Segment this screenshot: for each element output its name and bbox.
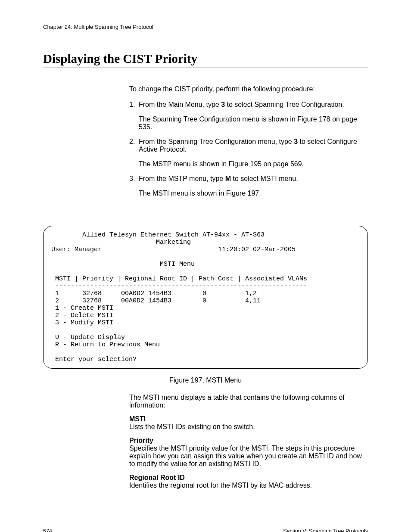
page-footer: 574 Section V: Spanning Tree Protocols bbox=[0, 528, 411, 532]
term-opt-u: U - Update Display bbox=[51, 334, 125, 341]
step-pre: From the Spanning Tree Configuration men… bbox=[139, 138, 294, 145]
step-2: 2. From the Spanning Tree Configuration … bbox=[129, 138, 368, 153]
def-body-priority: Specifies the MSTI priority value for th… bbox=[129, 445, 368, 468]
step-body: From the MSTP menu, type M to select MST… bbox=[139, 175, 368, 183]
step-number: 3. bbox=[129, 175, 139, 183]
section-label: Section V: Spanning Tree Protocols bbox=[283, 528, 368, 532]
term-table-sep: ----------------------------------------… bbox=[51, 283, 307, 290]
page-number: 574 bbox=[43, 528, 52, 532]
def-body-root-id: Identifies the regional root for the MST… bbox=[129, 482, 368, 489]
term-title: Allied Telesyn Ethernet Switch AT-94xx -… bbox=[51, 231, 265, 239]
term-opt-r: R - Return to Previous Menu bbox=[51, 341, 160, 348]
post-terminal: Figure 197. MSTI Menu The MSTI menu disp… bbox=[0, 376, 411, 511]
term-opt-2: 2 - Delete MSTI bbox=[51, 312, 113, 319]
term-user-line: User: Manager 11:20:02 02-Mar-2005 bbox=[51, 246, 296, 253]
step-post: to select Spanning Tree Configuration. bbox=[225, 101, 344, 108]
step-body: From the Spanning Tree Configuration men… bbox=[139, 138, 368, 153]
figure-caption: Figure 197. MSTI Menu bbox=[43, 376, 368, 384]
def-title-priority: Priority bbox=[129, 437, 368, 445]
page: Chapter 24: Multiple Spanning Tree Proto… bbox=[0, 0, 411, 221]
term-opt-1: 1 - Create MSTI bbox=[51, 305, 113, 312]
step-number: 1. bbox=[129, 101, 139, 109]
section-title: Displaying the CIST Priority bbox=[43, 52, 368, 68]
def-title-msti: MSTI bbox=[129, 415, 368, 423]
def-title-root-id: Regional Root ID bbox=[129, 474, 368, 482]
chapter-header: Chapter 24: Multiple Spanning Tree Proto… bbox=[43, 24, 368, 30]
step-bold: M bbox=[225, 175, 231, 182]
step-number: 2. bbox=[129, 138, 139, 153]
term-table-header: MSTI | Priority | Regional Root ID | Pat… bbox=[51, 275, 307, 283]
def-body-msti: Lists the MSTI IDs existing on the switc… bbox=[129, 423, 368, 431]
step-pre: From the MSTP menu, type bbox=[139, 175, 225, 182]
step-3: 3. From the MSTP menu, type M to select … bbox=[129, 175, 368, 183]
term-row-2: 2 32768 00A0D2 1454B3 0 4,11 bbox=[51, 297, 261, 305]
step-bold: 3 bbox=[221, 101, 225, 108]
step-post: to select MSTI menu. bbox=[231, 175, 298, 182]
step-sub-1: The Spanning Tree Configuration menu is … bbox=[139, 115, 368, 131]
step-bold: 3 bbox=[294, 138, 298, 145]
intro-text: To change the CIST priority, perform the… bbox=[129, 85, 368, 93]
post-figure-text: The MSTI menu displays a table that cont… bbox=[129, 394, 368, 409]
step-1: 1. From the Main Menu, type 3 to select … bbox=[129, 101, 368, 109]
step-sub-2: The MSTP menu is shown in Figure 195 on … bbox=[139, 160, 368, 168]
terminal-box: Allied Telesyn Ethernet Switch AT-94xx -… bbox=[43, 226, 368, 369]
step-sub-3: The MSTI menu is shown in Figure 197. bbox=[139, 190, 368, 197]
term-row-1: 1 32768 00A0D2 1454B3 0 1,2 bbox=[51, 290, 257, 297]
term-opt-3: 3 - Modify MSTI bbox=[51, 319, 113, 327]
intro-block: To change the CIST priority, perform the… bbox=[129, 85, 368, 197]
step-body: From the Main Menu, type 3 to select Spa… bbox=[139, 101, 368, 109]
term-prompt: Enter your selection? bbox=[51, 356, 137, 363]
term-subtitle: Marketing bbox=[51, 239, 191, 246]
step-pre: From the Main Menu, type bbox=[139, 101, 221, 108]
definitions-block: The MSTI menu displays a table that cont… bbox=[129, 394, 368, 489]
term-menu-line: MSTI Menu bbox=[51, 261, 195, 268]
